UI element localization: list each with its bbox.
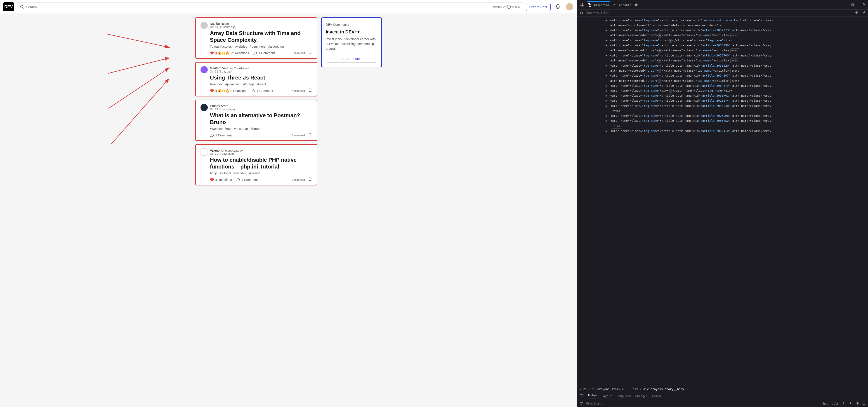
article-title[interactable]: What is an alternative to Postman? Bruno [210,112,312,126]
comments-link[interactable]: 1 Comment [236,178,258,182]
tag[interactable]: #algorithms [268,45,285,48]
promo-menu-icon[interactable]: ⋯ [373,22,377,27]
layout-tab[interactable]: Layout [601,394,612,398]
dom-node[interactable]: ▶ <attr-name">class="tag-name">div>⋯</at… [579,88,868,93]
tag[interactable]: #javascript [225,82,241,86]
responsive-mode-icon[interactable] [849,2,854,7]
dom-node[interactable]: ▶ <attr-name">class="tag-name">article a… [579,103,868,108]
article-card[interactable]: Gautam Vajafor CodeParrot Oct 12 (1 day … [195,62,317,96]
article-card[interactable]: Pranav Arora Oct 13 (3 hours ago) What i… [195,100,317,141]
dom-node-continuation[interactable]: attr-name">position="1" attr-name">data-… [579,23,868,28]
author-name[interactable]: Nozibul Islam [210,22,229,26]
create-post-button[interactable]: Create Post [526,3,550,11]
breadcrumb-item-active[interactable]: div.crayons-story__body [643,387,684,391]
search-bar[interactable]: Powered by Algolia [17,2,523,11]
changes-tab[interactable]: Changes [635,394,648,398]
tag[interactable]: #php [210,171,217,175]
dom-event-badge[interactable]: event [579,124,868,129]
comments-link[interactable]: 1 Comment [253,51,275,55]
tag[interactable]: #api [225,127,231,131]
new-rule-icon[interactable] [842,401,845,406]
dom-node[interactable]: ▶ <attr-name">class="tag-name">div>⋯</at… [579,38,868,43]
author-avatar[interactable] [200,104,208,111]
article-card[interactable]: Valeriofor Inspector.dev Oct 11 (2 days … [195,144,317,185]
author-name[interactable]: Pranav Arora [210,104,228,108]
dom-node[interactable]: ▶ <attr-name">class="tag-name">article a… [579,129,868,134]
dom-node[interactable]: ▶ <attr-name">class="tag-name">article a… [579,98,868,103]
dom-event-badge[interactable]: event [579,108,868,113]
breadcrumb-left-icon[interactable]: ‹ [580,387,581,391]
bookmark-icon[interactable] [308,133,312,138]
article-title[interactable]: How to enable/disable PHP native functio… [210,157,312,170]
dom-node-continuation[interactable]: attr-name">recorded="true">⋯</attr-name"… [579,48,868,53]
tag[interactable]: #webdev [210,82,223,86]
pick-element-icon[interactable] [579,2,584,7]
print-icon[interactable] [862,401,866,406]
compat-tab[interactable]: Compa [652,394,661,398]
breadcrumb-right-icon[interactable]: › [864,387,866,391]
console-tab[interactable]: Console [613,2,632,8]
dom-node-continuation[interactable]: attr-name">recorded="true">⋯</attr-name"… [579,33,868,38]
light-dark-icon[interactable] [848,401,852,406]
reactions[interactable]: ❤️🦄😮🙌🔥9 Reactions [210,89,247,93]
reactions[interactable]: ❤️🦄😮🙌🔥22 Reactions [210,51,249,55]
cls-toggle[interactable]: .cls [832,402,839,405]
kebab-menu-icon[interactable]: ⋯ [857,2,859,7]
tag[interactable]: #postman [234,127,248,131]
more-tabs-icon[interactable] [634,2,640,7]
tag[interactable]: #laravel [249,171,260,175]
hov-toggle[interactable]: :hov [821,402,828,405]
dom-node-continuation[interactable]: attr-name">recorded="true">⋯</attr-name"… [579,78,868,83]
dom-node-continuation[interactable]: attr-name">recorded="true">⋯</attr-name"… [579,58,868,63]
dom-node[interactable]: ▶ <attr-name">class="tag-name">article a… [579,73,868,78]
author-name[interactable]: Gautam Vaja [210,66,228,70]
notifications-bell-icon[interactable] [553,2,562,11]
contrast-icon[interactable] [855,401,859,406]
devtools-search-input[interactable] [586,11,852,15]
dom-node[interactable]: ▶ <attr-name">class="tag-name">article a… [579,18,868,23]
bookmark-icon[interactable] [308,177,312,182]
author-name[interactable]: Valerio [210,148,220,152]
author-avatar[interactable] [200,22,208,29]
article-title[interactable]: Array Data Structure with Time and Space… [210,30,312,43]
reactions[interactable]: ❤️4 Reactions [210,178,232,181]
tag[interactable]: #threejs [243,82,254,86]
article-title[interactable]: Using Three Js React [210,74,312,81]
author-avatar[interactable] [200,148,208,156]
breadcrumb-item[interactable]: 2036196.crayons-story.cu… [583,387,627,391]
dom-node[interactable]: ▶ <attr-name">class="tag-name">article a… [579,53,868,58]
dom-node[interactable]: ▶ <attr-name">class="tag-name">article a… [579,28,868,33]
close-devtools-icon[interactable] [862,2,866,7]
promo-learn-more-button[interactable]: Learn more [326,55,377,63]
inspector-tab[interactable]: Inspector [587,1,610,8]
tag[interactable]: #webdev [210,127,223,131]
dom-node[interactable]: ▶ <attr-name">class="tag-name">article a… [579,113,868,118]
tag[interactable]: #datastructures [210,45,232,48]
user-avatar[interactable] [565,2,574,11]
dom-node-continuation[interactable]: attr-name">recorded="true">⋯</attr-name"… [579,68,868,73]
filter-styles-input[interactable] [586,402,818,405]
eyedropper-icon[interactable] [862,11,866,15]
tag[interactable]: #bruno [251,127,260,131]
dev-logo[interactable]: DEV [3,2,14,11]
rules-tab[interactable]: Rules [588,394,597,399]
dom-node[interactable]: ▶ <attr-name">class="tag-name">article a… [579,63,868,68]
comments-link[interactable]: 1 Comment [210,133,232,137]
tag[interactable]: #tutorial [220,171,231,175]
tag[interactable]: #react [257,82,266,86]
tag[interactable]: #webdev [235,45,247,48]
breadcrumb-item[interactable]: div [633,387,638,391]
author-avatar[interactable] [200,66,208,73]
bookmark-icon[interactable] [308,50,312,55]
search-input[interactable] [26,5,491,9]
computed-tab[interactable]: Computed [617,394,631,398]
dom-node[interactable]: ▶ <attr-name">class="tag-name">article a… [579,118,868,123]
add-node-icon[interactable] [855,11,859,15]
dom-node[interactable]: ▶ <attr-name">class="tag-name">article a… [579,93,868,98]
article-card[interactable]: Nozibul Islam Oct 13 (11 hours ago) Arra… [195,18,317,59]
dom-node[interactable]: ▶ <attr-name">class="tag-name">article a… [579,83,868,88]
dom-node[interactable]: ▶ <attr-name">class="tag-name">article a… [579,43,868,48]
tag[interactable]: #beginners [250,45,266,48]
tag[interactable]: #webdev [234,171,246,175]
comments-link[interactable]: 1 Comment [251,89,273,93]
